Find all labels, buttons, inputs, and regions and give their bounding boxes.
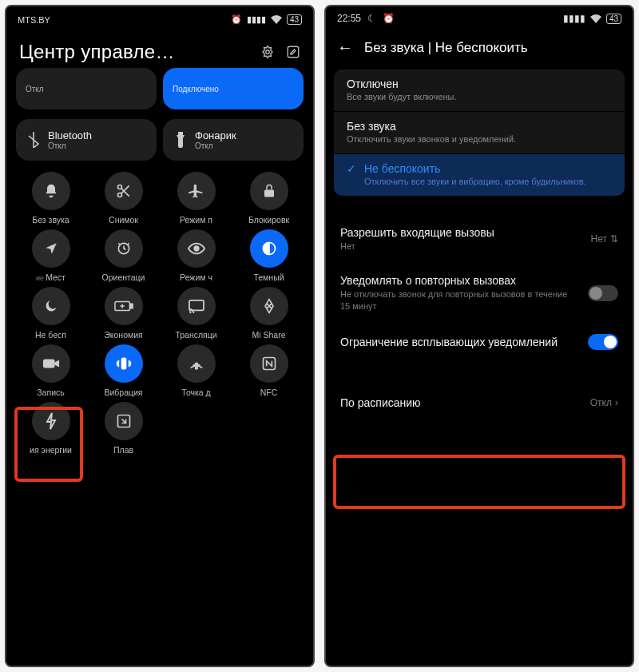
big-tile-row-1: Откл Подключено — [6, 63, 313, 114]
toggle-pip[interactable]: Плав — [87, 402, 160, 455]
toggle-rotation-lock[interactable]: Ориентаци — [87, 229, 160, 282]
back-button[interactable]: ← — [337, 38, 353, 57]
big-tile[interactable]: Подключено — [163, 68, 304, 109]
moon-icon — [32, 287, 70, 325]
toggle-label: иеМест — [36, 272, 65, 282]
carrier-label: MTS.BY — [18, 15, 50, 25]
toggle-vibrate[interactable]: Вибрация — [87, 344, 160, 397]
option-title: Не беспокоить — [364, 162, 440, 175]
status-icons: ⏰ ▮▮▮▮ 43 — [231, 14, 302, 25]
toggle-nfc[interactable]: NFC — [232, 344, 305, 397]
setting-title: Уведомлять о повторных вызовах — [340, 274, 578, 287]
toggle-mishare[interactable]: Mi Share — [232, 287, 305, 340]
svg-rect-2 — [178, 132, 183, 135]
setting-value: Нет ⇅ — [591, 233, 618, 245]
toggle-record[interactable]: Запись — [14, 344, 87, 397]
big-tile[interactable]: Откл — [16, 68, 157, 109]
toggle-eye[interactable]: Режим ч — [160, 229, 232, 282]
pip-icon — [105, 402, 143, 440]
toggle-label: Точка д — [181, 388, 210, 397]
toggle-bell[interactable]: Без звука — [14, 172, 87, 225]
toggle-dark-mode[interactable]: Темный — [232, 229, 305, 282]
toggle-label: Режим п — [180, 215, 212, 225]
edit-icon[interactable] — [286, 45, 300, 59]
rotation-lock-icon — [105, 229, 143, 268]
mishare-icon — [250, 287, 288, 325]
setting-repeat-calls[interactable]: Уведомлять о повторных вызовах Не отключ… — [326, 263, 633, 323]
toggle-repeat[interactable] — [588, 285, 618, 301]
alarm-icon: ⏰ — [383, 13, 395, 24]
toggle-label: Mi Share — [252, 330, 285, 340]
tile-sub: Подключено — [173, 85, 219, 93]
toggle-bolt[interactable]: ия энергии — [14, 402, 87, 455]
toggle-label: Темный — [253, 272, 284, 282]
bell-icon — [32, 172, 70, 210]
location-icon — [32, 229, 70, 268]
toggle-label: Экономия — [104, 330, 143, 340]
toggle-label: Ориентаци — [102, 272, 145, 282]
toggle-cast[interactable]: Трансляци — [160, 287, 232, 340]
setting-incoming-calls[interactable]: Разрешить входящие вызовы Нет Нет ⇅ — [326, 215, 633, 263]
tile-sub: Откл — [26, 85, 44, 93]
option-title: Без звука — [347, 120, 396, 133]
tile-sub: Откл — [48, 141, 92, 150]
flashlight-tile[interactable]: Фонарик Откл — [163, 119, 304, 161]
bolt-icon — [32, 402, 70, 440]
big-tile-row-2: Bluetooth Откл Фонарик Откл — [6, 114, 313, 165]
battery-plus-icon — [105, 287, 143, 325]
lock-icon — [250, 172, 288, 210]
airplane-icon — [177, 172, 216, 210]
setting-schedule[interactable]: По расписанию Откл › — [326, 385, 633, 420]
page-title: Без звука | Не беспокоить — [364, 40, 528, 56]
hotspot-icon — [177, 344, 216, 383]
dark-mode-icon — [250, 229, 288, 268]
bluetooth-tile[interactable]: Bluetooth Откл — [16, 119, 157, 161]
setting-popup-limit[interactable]: Ограничение всплывающих уведомлений — [326, 323, 633, 361]
page-title: Центр управле… — [19, 41, 175, 63]
toggle-label: Блокировк — [248, 215, 289, 225]
toggle-hotspot[interactable]: Точка д — [160, 344, 232, 397]
mode-option[interactable]: Без звукаОтключить звуки звонков и уведо… — [334, 112, 625, 154]
option-sub: Отключить звуки звонков и уведомлений. — [347, 134, 612, 144]
toggle-moon[interactable]: Не бесп — [14, 287, 87, 340]
toggle-scissors[interactable]: Снимок — [87, 172, 160, 225]
eye-icon — [177, 229, 216, 268]
toggle-airplane[interactable]: Режим п — [160, 172, 232, 225]
wifi-icon — [590, 14, 601, 23]
clock-label: 22:55 — [337, 13, 361, 24]
settings-icon[interactable] — [260, 45, 275, 59]
chevron-right-icon: › — [615, 397, 618, 408]
toggle-label: NFC — [260, 388, 278, 397]
svg-rect-5 — [264, 190, 274, 197]
toggle-label: Не бесп — [35, 330, 66, 340]
mode-option[interactable]: ОтключенВсе звуки будут включены. — [334, 70, 625, 112]
toggle-lock[interactable]: Блокировк — [232, 172, 305, 225]
toggle-label: Без звука — [32, 215, 69, 225]
mode-option[interactable]: ✓Не беспокоитьОтключить все звуки и вибр… — [334, 154, 625, 196]
nfc-icon — [250, 344, 288, 383]
vibrate-icon — [105, 344, 143, 383]
highlight-popup-setting — [333, 455, 625, 509]
toggle-battery-plus[interactable]: Экономия — [87, 287, 160, 340]
scissors-icon — [105, 172, 143, 210]
alarm-icon: ⏰ — [231, 14, 242, 25]
wifi-icon — [271, 15, 282, 24]
setting-title: Разрешить входящие вызовы — [340, 226, 581, 239]
svg-rect-13 — [121, 358, 126, 370]
svg-point-7 — [194, 246, 199, 251]
toggle-label: Плав — [113, 445, 133, 455]
tile-label: Фонарик — [195, 129, 236, 141]
dnd-status-icon: ☾ — [367, 13, 376, 24]
battery-indicator: 43 — [606, 14, 621, 24]
option-title: Отключен — [347, 78, 399, 90]
flashlight-icon — [173, 132, 189, 148]
setting-sub: Не отключать звонок для повторных вызово… — [340, 288, 578, 312]
battery-indicator: 43 — [287, 14, 302, 25]
toggle-popup[interactable] — [588, 334, 618, 350]
check-icon: ✓ — [347, 162, 358, 175]
toggle-location[interactable]: иеМест — [14, 229, 87, 282]
tile-sub: Откл — [195, 141, 236, 150]
setting-value: Откл › — [590, 397, 618, 408]
record-icon — [32, 344, 70, 383]
signal-icon: ▮▮▮▮ — [563, 13, 585, 24]
